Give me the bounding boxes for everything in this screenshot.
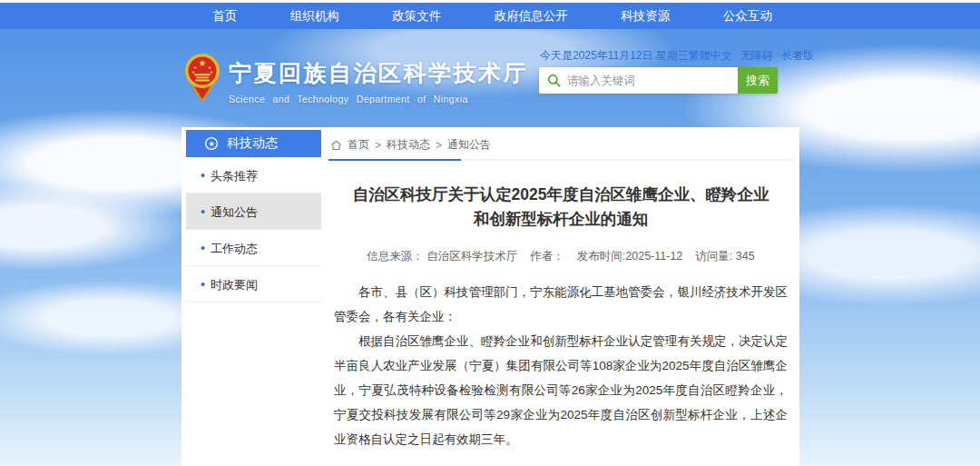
content-panel: ★ 科技动态 •头条推荐 •通知公告 •工作动态 •时政要闻 首页 > 科技动态… [181,127,799,466]
breadcrumb-notices[interactable]: 通知公告 [447,137,491,153]
nav-item-interaction[interactable]: 公众互动 [723,8,772,25]
bullet-icon: • [201,168,205,183]
sidebar: ★ 科技动态 •头条推荐 •通知公告 •工作动态 •时政要闻 [186,130,321,302]
svg-text:★: ★ [199,58,207,68]
sidebar-item-work-updates[interactable]: •工作动态 [186,230,321,266]
meta-views: 访问量: 345 [695,250,754,263]
breadcrumb-divider [328,159,793,161]
breadcrumb-separator: > [375,139,381,152]
site-logo-link[interactable]: ★ ★ ★ ★ ★ 宁夏回族自治区科学技术厅 Science and Techn… [184,53,484,105]
bullet-icon: • [201,241,205,255]
national-emblem-icon: ★ ★ ★ ★ ★ [184,53,220,104]
search-input[interactable] [539,67,738,94]
nav-item-home[interactable]: 首页 [212,8,237,25]
bullet-icon: • [201,204,205,219]
breadcrumb-home[interactable]: 首页 [348,137,369,153]
nav-item-gov-info[interactable]: 政府信息公开 [495,8,568,25]
site-title: 宁夏回族自治区科学技术厅 [229,58,528,88]
nav-item-resources[interactable]: 科技资源 [621,8,670,25]
bullet-icon: • [201,277,205,292]
article-body: 各市、县（区）科技管理部门，宁东能源化工基地管委会，银川经济技术开发区管委会，各… [334,280,788,451]
breadcrumb-separator: > [436,139,442,152]
article-title-line2: 和创新型标杆企业的通知 [334,207,788,232]
sidebar-header-tech-news[interactable]: ★ 科技动态 [186,130,321,157]
language-links: 繁體中文 无障碍 长者版 [689,48,814,64]
sidebar-item-notices[interactable]: •通知公告 [186,193,321,230]
top-navbar: 首页 组织机构 政策文件 政府信息公开 科技资源 公众互动 [0,3,980,29]
breadcrumb-tech-news[interactable]: 科技动态 [387,137,430,153]
article-title: 自治区科技厅关于认定2025年度自治区雏鹰企业、瞪羚企业 和创新型标杆企业的通知 [334,183,788,232]
meta-publish-date: 发布时间:2025-11-12 [577,250,683,263]
search-input-wrap [539,67,738,94]
sidebar-item-headlines[interactable]: •头条推荐 [186,157,321,193]
home-icon [330,140,342,151]
site-subtitle: Science and Technology Department of Nin… [229,94,528,104]
nav-menu: 首页 组织机构 政策文件 政府信息公开 科技资源 公众互动 [186,3,799,29]
search-bar: 搜索 [539,67,778,94]
article-paragraph: 根据自治区雏鹰企业、瞪羚企业和创新型标杆企业认定管理有关规定，决定认定半亩良人农… [334,329,788,451]
breadcrumb-divider-accent [328,159,461,161]
nav-item-organization[interactable]: 组织机构 [290,8,339,25]
nav-item-policy[interactable]: 政策文件 [392,8,441,25]
link-elder-version[interactable]: 长者版 [781,48,814,64]
sidebar-item-political-news[interactable]: •时政要闻 [186,266,321,302]
sidebar-item-label: 时政要闻 [211,278,258,292]
sidebar-item-label: 通知公告 [211,205,258,219]
link-traditional-chinese[interactable]: 繁體中文 [689,48,732,64]
main-column: 首页 > 科技动态 > 通知公告 自治区科技厅关于认定2025年度自治区雏鹰企业… [328,129,793,466]
article-title-line1: 自治区科技厅关于认定2025年度自治区雏鹰企业、瞪羚企业 [334,183,788,207]
search-button[interactable]: 搜索 [738,67,778,94]
article-paragraph: 各市、县（区）科技管理部门，宁东能源化工基地管委会，银川经济技术开发区管委会，各… [334,280,788,329]
meta-source: 信息来源： 自治区科学技术厅 [367,250,517,263]
header-utility-row: 今天是2025年11月12日 星期三 繁體中文 无障碍 长者版 [540,48,794,64]
meta-author: 作者： [530,250,564,263]
site-titles: 宁夏回族自治区科学技术厅 Science and Technology Depa… [229,53,528,105]
star-circle-icon: ★ [204,136,219,151]
sidebar-item-label: 头条推荐 [211,169,258,183]
sidebar-title: 科技动态 [227,135,278,152]
current-date-text: 今天是2025年11月12日 星期三 [540,48,689,64]
breadcrumb: 首页 > 科技动态 > 通知公告 [328,129,793,159]
sidebar-items: •头条推荐 •通知公告 •工作动态 •时政要闻 [186,157,321,302]
link-accessibility[interactable]: 无障碍 [740,48,773,64]
sidebar-item-label: 工作动态 [211,242,258,255]
article-meta: 信息来源： 自治区科学技术厅作者：发布时间:2025-11-12访问量: 345 [334,249,788,264]
svg-text:★: ★ [208,140,214,148]
article: 自治区科技厅关于认定2025年度自治区雏鹰企业、瞪羚企业 和创新型标杆企业的通知… [328,183,793,466]
